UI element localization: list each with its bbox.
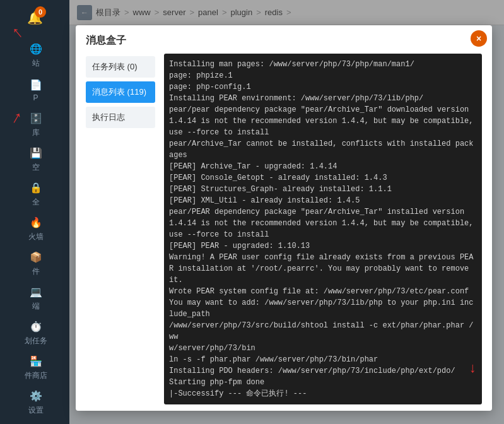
space-icon: 💾 (29, 146, 43, 160)
sidebar-item-label: 划任务 (25, 336, 47, 346)
sidebar-item-label: 空 (32, 162, 40, 173)
sidebar-item-firewall[interactable]: 🔥 火墙 (0, 211, 69, 246)
notification-bell[interactable]: 🔔 0 (23, 6, 46, 29)
security-icon: 🔒 (29, 181, 43, 195)
sidebar-item-label: 件 (32, 266, 40, 277)
sidebar-item-label: 端 (32, 301, 40, 312)
modal-body: 任务列表 (0) 消息列表 (119) 执行日志 Installing man … (76, 47, 492, 411)
modal-overlay: 消息盒子 × 任务列表 (0) 消息列表 (119) 执行日志 Installi… (69, 0, 504, 424)
tab-message-list[interactable]: 消息列表 (119) (86, 81, 155, 103)
sidebar-item-label: 火墙 (28, 232, 44, 242)
notification-badge: 0 (35, 6, 46, 18)
terminal-output-area[interactable]: Installing man pages: /www/server/php/73… (164, 54, 482, 404)
settings-icon: ⚙️ (29, 389, 43, 403)
sidebar: 🔔 0 🌐 站 📄 P 🗄️ 库 💾 空 🔒 全 🔥 火墙 📦 (0, 0, 69, 424)
terminal-icon: 💻 (29, 285, 43, 299)
modal-close-button[interactable]: × (471, 30, 487, 47)
modal-title: 消息盒子 (76, 25, 492, 47)
sidebar-item-settings[interactable]: ⚙️ 设置 (0, 385, 69, 420)
main-content: ← 根目录 > www > server > panel > plugin > … (69, 0, 504, 424)
tab-execution-log[interactable]: 执行日志 (86, 107, 155, 128)
sidebar-item-security[interactable]: 🔒 全 (0, 177, 69, 211)
db-icon: 🗄️ (29, 112, 43, 126)
p-icon: 📄 (29, 78, 43, 91)
sidebar-item-space[interactable]: 💾 空 (0, 142, 69, 177)
sidebar-item-label: 库 (32, 127, 40, 138)
sidebar-item-p[interactable]: 📄 P (0, 73, 69, 107)
sidebar-item-logout[interactable]: 🚪 出 (0, 420, 69, 424)
tab-task-list[interactable]: 任务列表 (0) (86, 56, 155, 78)
site-icon: 🌐 (29, 42, 43, 56)
sidebar-item-site[interactable]: 🌐 站 (0, 38, 69, 73)
sidebar-item-terminal[interactable]: 💻 端 (0, 281, 69, 315)
sidebar-item-label: 设置 (28, 405, 44, 416)
terminal-text: Installing man pages: /www/server/php/73… (169, 59, 477, 399)
sidebar-item-soft[interactable]: 📦 件 (0, 246, 69, 281)
sidebar-item-label: 全 (32, 197, 40, 208)
message-box-modal: 消息盒子 × 任务列表 (0) 消息列表 (119) 执行日志 Installi… (76, 25, 492, 411)
modal-tabs: 任务列表 (0) 消息列表 (119) 执行日志 (86, 54, 155, 404)
firewall-icon: 🔥 (29, 216, 43, 230)
sidebar-item-label: 件商店 (25, 370, 47, 381)
soft-icon: 📦 (29, 250, 43, 264)
sidebar-item-appstore[interactable]: 🏪 件商店 (0, 350, 69, 385)
cron-icon: ⏱️ (29, 320, 43, 334)
sidebar-item-db[interactable]: 🗄️ 库 (0, 107, 69, 142)
appstore-icon: 🏪 (29, 355, 43, 368)
sidebar-item-label: 站 (32, 58, 40, 69)
sidebar-item-label: P (33, 93, 38, 102)
sidebar-nav: 🌐 站 📄 P 🗄️ 库 💾 空 🔒 全 🔥 火墙 📦 件 💻 (0, 38, 69, 424)
sidebar-item-cron[interactable]: ⏱️ 划任务 (0, 315, 69, 350)
